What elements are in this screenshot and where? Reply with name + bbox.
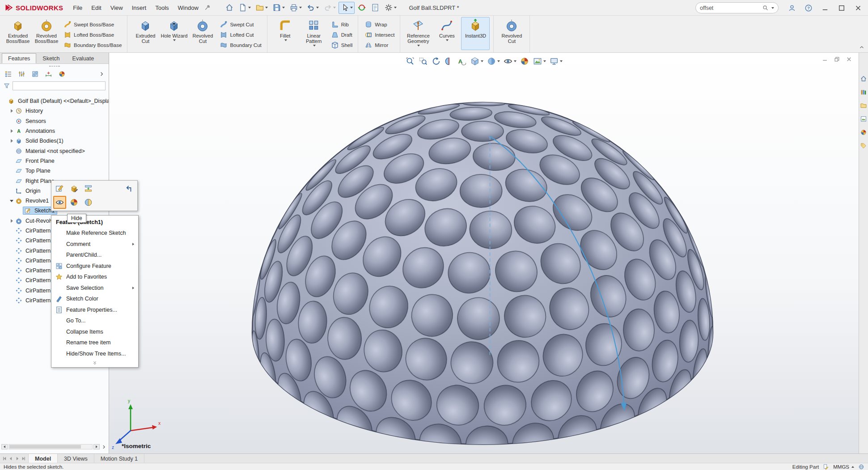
chevron-right-icon[interactable] (98, 71, 105, 77)
home-button[interactable] (223, 2, 236, 14)
tree-item-front-plane[interactable]: Front Plane (0, 156, 109, 166)
annotation-view-button[interactable]: A (456, 55, 468, 67)
edit-appearance-button[interactable] (519, 55, 530, 67)
tree-filter-input[interactable] (13, 81, 106, 90)
dropdown-caret-icon[interactable] (446, 39, 449, 41)
ribbon-rib-button[interactable]: Rib (329, 19, 355, 30)
tab-features[interactable]: Features (2, 53, 36, 64)
ribbon-extruded-cut-button[interactable]: Extruded Cut (131, 17, 160, 50)
tree-expand-collapsed-icon[interactable] (9, 219, 15, 223)
ribbon-collapse-button[interactable] (858, 44, 865, 51)
ribbon-mirror-button[interactable]: Mirror (363, 40, 396, 50)
menu-item-go-to[interactable]: Go To... (51, 315, 138, 326)
dropdown-caret-icon[interactable] (313, 45, 316, 47)
ribbon-wrap-button[interactable]: Wrap (363, 19, 396, 30)
zoom-area-button[interactable] (417, 55, 429, 67)
menu-item-make-reference-sketch[interactable]: Make Reference Sketch (51, 228, 138, 239)
menu-item-parent-child[interactable]: Parent/Child... (51, 250, 138, 261)
search-icon[interactable] (762, 4, 769, 11)
win-close-icon[interactable] (846, 56, 852, 63)
ribbon-revolved-cut-button[interactable]: Revolved Cut (188, 17, 217, 50)
dropdown-caret-icon[interactable] (173, 39, 176, 41)
ribbon-boundary-boss-base-button[interactable]: Boundary Boss/Base (62, 40, 123, 50)
configurationmanager-icon[interactable] (31, 70, 39, 78)
ribbon-hole-wizard-button[interactable]: Hole Wizard (160, 17, 188, 50)
dimxpertmanager-icon[interactable] (45, 70, 52, 78)
panel-flyout-button[interactable] (101, 444, 107, 450)
file-explorer-icon[interactable] (860, 102, 867, 109)
win-minimize-icon[interactable] (821, 56, 828, 63)
scroll-right-button[interactable] (93, 444, 100, 449)
units-selector[interactable]: MMGS (833, 464, 854, 470)
user-button[interactable] (783, 1, 800, 14)
rollback-button[interactable] (82, 182, 95, 195)
menu-item-sketch-color[interactable]: Sketch Color (51, 293, 138, 305)
appearances-icon[interactable] (860, 129, 867, 136)
scroll-left-button[interactable] (1, 444, 8, 449)
menu-item-save-selection[interactable]: Save Selection (51, 283, 138, 294)
dropdown-caret-icon[interactable] (248, 7, 251, 8)
new-doc-button[interactable] (237, 2, 253, 14)
ribbon-revolved-boss-base-button[interactable]: Revolved Boss/Base (32, 17, 61, 50)
file-properties-button[interactable] (369, 2, 381, 14)
tree-item-sensors[interactable]: Sensors (0, 116, 109, 126)
tab-evaluate[interactable]: Evaluate (66, 53, 101, 64)
search-box[interactable] (695, 2, 779, 13)
context-menu-expand[interactable] (51, 359, 138, 367)
dropdown-caret-icon[interactable] (299, 7, 302, 8)
task-home-icon[interactable] (860, 75, 867, 82)
ribbon-shell-button[interactable]: Shell (329, 40, 355, 50)
ribbon-boundary-cut-button[interactable]: Boundary Cut (218, 40, 263, 50)
ribbon-lofted-cut-button[interactable]: Lofted Cut (218, 30, 263, 40)
display-style-button[interactable] (486, 55, 501, 67)
tree-item-solid-bodies-1[interactable]: Solid Bodies(1) (0, 136, 109, 146)
doc-tab-motion-study-1[interactable]: Motion Study 1 (94, 454, 144, 463)
tree-horizontal-scrollbar[interactable] (1, 444, 107, 450)
ribbon-swept-boss-base-button[interactable]: Swept Boss/Base (62, 19, 123, 30)
menu-window[interactable]: Window (174, 2, 203, 13)
tree-item-golf-ball-default-default-display-st[interactable]: Golf Ball (Default) <<Default>_Display S… (0, 96, 109, 106)
scrollbar-track[interactable] (8, 444, 93, 449)
view-settings-button[interactable] (548, 55, 563, 67)
dropdown-caret-icon[interactable] (333, 7, 336, 8)
undo-button[interactable] (305, 2, 321, 14)
displaymanager-icon[interactable] (58, 70, 66, 78)
ribbon-intersect-button[interactable]: Intersect (363, 30, 396, 40)
save-button[interactable] (271, 2, 287, 14)
hide-show-items-button[interactable] (502, 55, 517, 67)
tab-sketch[interactable]: Sketch (36, 53, 66, 64)
section-view-button[interactable] (443, 55, 455, 67)
ribbon-fillet-button[interactable]: Fillet (271, 17, 300, 50)
menu-item-add-to-favorites[interactable]: Add to Favorites (51, 271, 138, 283)
ribbon-curves-button[interactable]: Curves (432, 17, 461, 50)
nav-prev-icon[interactable] (8, 456, 14, 462)
menu-item-feature-properties[interactable]: Feature Properties... (51, 305, 138, 316)
apply-scene-button[interactable] (532, 55, 547, 67)
reverse-button[interactable] (123, 182, 135, 195)
minimize-button[interactable] (817, 1, 833, 14)
dropdown-caret-icon[interactable] (417, 45, 420, 47)
dropdown-caret-icon[interactable] (265, 7, 268, 8)
dropdown-caret-icon[interactable] (350, 7, 353, 8)
search-caret-icon[interactable] (771, 7, 774, 9)
tree-expand-collapsed-icon[interactable] (9, 139, 15, 143)
previous-view-button[interactable] (430, 55, 442, 67)
tree-item-history[interactable]: History (0, 106, 109, 116)
dropdown-caret-icon[interactable] (394, 7, 397, 8)
menu-insert[interactable]: Insert (127, 2, 151, 13)
menu-item-rename-tree-item[interactable]: Rename tree item (51, 337, 138, 348)
menu-item-collapse-items[interactable]: Collapse Items (51, 326, 138, 338)
menu-item-comment[interactable]: Comment (51, 239, 138, 250)
dropdown-caret-icon[interactable] (481, 60, 483, 62)
graphics-viewport[interactable]: y x z A *Isometric (109, 53, 859, 453)
propertymanager-icon[interactable] (18, 70, 25, 78)
redo-button[interactable] (322, 2, 338, 14)
help-button[interactable]: ? (800, 1, 817, 14)
tree-expand-collapsed-icon[interactable] (9, 109, 15, 113)
dropdown-caret-icon[interactable] (316, 7, 319, 8)
dropdown-caret-icon[interactable] (282, 7, 285, 8)
nav-last-icon[interactable] (21, 456, 26, 462)
win-restore-icon[interactable] (834, 56, 840, 63)
tree-item-annotations[interactable]: AAnnotations (0, 126, 109, 136)
edit-feature-button[interactable] (68, 182, 80, 195)
